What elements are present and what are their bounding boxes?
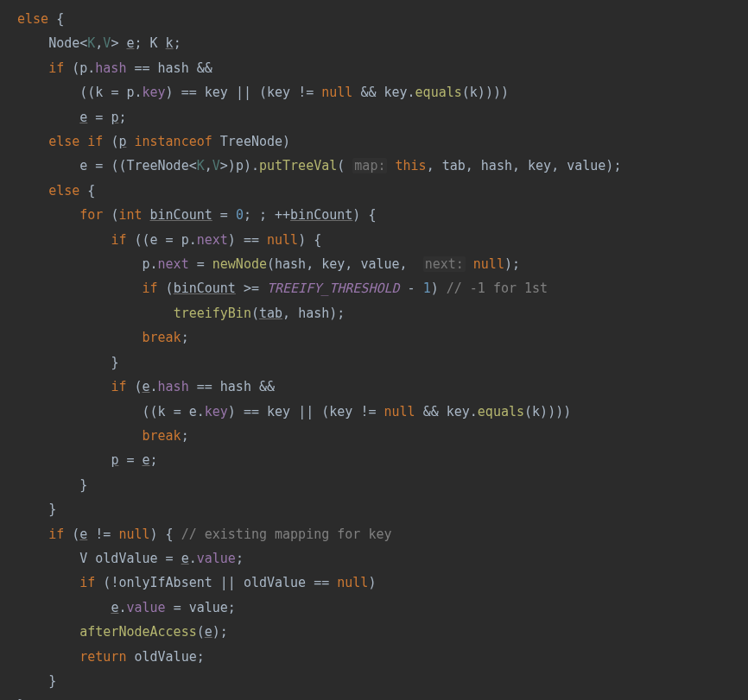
param-hint: next: — [423, 256, 466, 272]
code-line: else if (p instanceof TreeNode) — [17, 134, 290, 149]
code-line: if (e.hash == hash && — [17, 379, 275, 394]
code-line: p = e; — [17, 452, 158, 468]
code-line: treeifyBin(tab, hash); — [17, 306, 345, 321]
code-line: if (!onlyIfAbsent || oldValue == null) — [17, 575, 376, 590]
comment: // -1 for 1st — [447, 281, 548, 296]
code-line: e = ((TreeNode<K,V>)p).putTreeVal( map: … — [17, 158, 621, 173]
code-line: p.next = newNode(hash, key, value, next:… — [17, 256, 520, 272]
code-line: for (int binCount = 0; ; ++binCount) { — [17, 207, 376, 223]
code-line: break; — [17, 330, 189, 345]
code-line: e = p; — [17, 110, 126, 125]
param-hint: map: — [352, 158, 387, 173]
code-line: if (p.hash == hash && — [17, 60, 212, 76]
code-line: } — [17, 477, 87, 493]
code-line: if (e != null) { // existing mapping for… — [17, 527, 392, 542]
code-line: return oldValue; — [17, 649, 205, 665]
code-line: ((k = e.key) == key || (key != null && k… — [17, 404, 571, 419]
code-line: else { — [17, 11, 64, 27]
code-line: e.value = value; — [17, 600, 236, 615]
code-line: afterNodeAccess(e); — [17, 624, 228, 640]
code-line: V oldValue = e.value; — [17, 551, 244, 566]
comment: // existing mapping for key — [181, 527, 392, 542]
kw-else: else — [17, 11, 48, 27]
code-line: } — [17, 355, 118, 370]
code-line: } — [17, 673, 56, 689]
code-line: if ((e = p.next) == null) { — [17, 232, 321, 248]
code-line: } — [17, 501, 56, 517]
code-editor[interactable]: else { Node<K,V> e; K k; if (p.hash == h… — [0, 0, 748, 700]
code-line: break; — [17, 428, 189, 444]
code-line: ((k = p.key) == key || (key != null && k… — [17, 85, 509, 100]
code-line: else { — [17, 183, 95, 199]
code-line: if (binCount >= TREEIFY_THRESHOLD - 1) /… — [17, 281, 548, 296]
code-line: Node<K,V> e; K k; — [17, 35, 181, 51]
